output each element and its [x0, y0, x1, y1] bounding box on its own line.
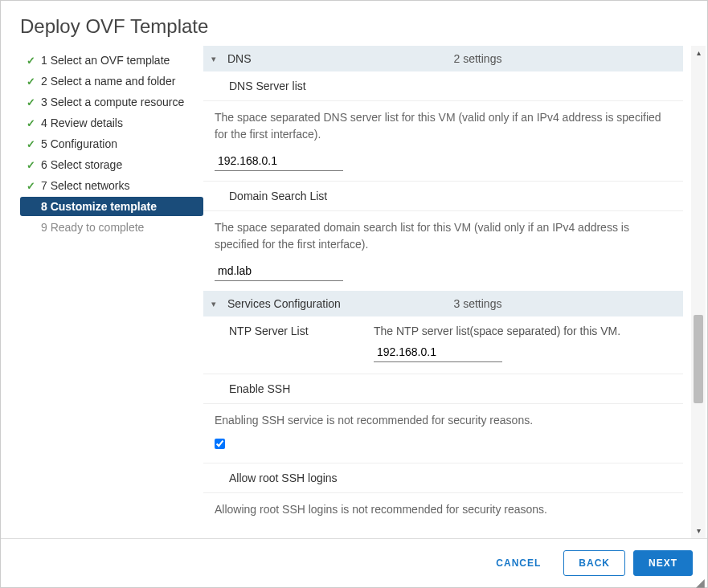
dns-server-list-row: DNS Server list — [203, 71, 683, 101]
back-button[interactable]: BACK — [563, 550, 625, 576]
field-label: DNS Server list — [213, 80, 374, 92]
step-3-compute[interactable]: ✓3 Select a compute resource — [20, 92, 203, 112]
step-6-storage[interactable]: ✓6 Select storage — [20, 155, 203, 174]
step-label: 8 Customize template — [41, 200, 157, 213]
wizard-steps: ✓1 Select an OVF template ✓2 Select a na… — [20, 46, 203, 538]
dns-server-input[interactable] — [215, 151, 343, 171]
step-label: 2 Select a name and folder — [41, 75, 175, 88]
dialog-footer: CANCEL BACK NEXT — [1, 538, 707, 587]
deploy-ovf-dialog: Deploy OVF Template ✓1 Select an OVF tem… — [0, 0, 708, 588]
enable-ssh-help: Enabling SSH service is not recommended … — [203, 404, 683, 434]
domain-search-help: The space separated domain search list f… — [203, 211, 683, 258]
section-count: 3 settings — [454, 297, 676, 310]
step-label: 9 Ready to complete — [41, 221, 144, 234]
ntp-input-wrap — [374, 337, 673, 365]
ntp-right: The NTP server list(space separated) for… — [374, 325, 673, 365]
field-label: Enable SSH — [213, 382, 374, 395]
dialog-title: Deploy OVF Template — [1, 1, 707, 43]
step-8-customize[interactable]: ✓8 Customize template — [20, 197, 203, 216]
check-icon: ✓ — [27, 117, 41, 129]
step-4-review[interactable]: ✓4 Review details — [20, 113, 203, 133]
scroll-down-icon[interactable]: ▾ — [697, 524, 701, 538]
step-label: 1 Select an OVF template — [41, 54, 170, 67]
step-1-select-ovf[interactable]: ✓1 Select an OVF template — [20, 51, 203, 70]
section-dns-header[interactable]: ▾ DNS 2 settings — [203, 46, 683, 71]
field-label: Allow root SSH logins — [213, 472, 374, 484]
next-button[interactable]: NEXT — [633, 550, 693, 576]
dns-server-input-wrap — [215, 151, 672, 171]
step-7-networks[interactable]: ✓7 Select networks — [20, 176, 203, 195]
section-services-header[interactable]: ▾ Services Configuration 3 settings — [203, 291, 683, 316]
main-wrap: ▾ DNS 2 settings DNS Server list The spa… — [203, 46, 706, 538]
step-label: 5 Configuration — [41, 137, 117, 150]
step-label: 6 Select storage — [41, 158, 122, 171]
resize-handle-icon[interactable]: ◢ — [696, 576, 706, 586]
step-2-name-folder[interactable]: ✓2 Select a name and folder — [20, 71, 203, 91]
check-icon: ✓ — [27, 55, 41, 67]
step-label: 4 Review details — [41, 116, 123, 129]
field-label: Domain Search List — [213, 190, 374, 202]
check-icon: ✓ — [27, 138, 41, 150]
section-label: Services Configuration — [227, 297, 449, 310]
domain-search-input[interactable] — [215, 261, 343, 281]
root-ssh-help: Allowing root SSH logins is not recommen… — [203, 493, 683, 523]
ntp-desc: The NTP server list(space separated) for… — [374, 325, 673, 337]
vertical-scrollbar[interactable]: ▴ ▾ — [691, 46, 706, 538]
scroll-up-icon[interactable]: ▴ — [697, 46, 701, 60]
check-icon: ✓ — [27, 96, 41, 108]
ntp-row: NTP Server List The NTP server list(spac… — [203, 316, 683, 374]
step-9-ready: ✓9 Ready to complete — [20, 218, 203, 237]
field-label: NTP Server List — [213, 325, 374, 337]
step-label: 3 Select a compute resource — [41, 96, 184, 108]
customize-form: ▾ DNS 2 settings DNS Server list The spa… — [203, 46, 691, 538]
enable-ssh-row: Enable SSH — [203, 374, 683, 404]
scroll-thumb[interactable] — [694, 315, 703, 403]
chevron-down-icon: ▾ — [211, 299, 223, 309]
cancel-button[interactable]: CANCEL — [481, 551, 555, 575]
enable-ssh-checkbox-wrap — [203, 434, 683, 463]
section-count: 2 settings — [454, 52, 676, 65]
section-label: DNS — [227, 52, 449, 65]
step-5-configuration[interactable]: ✓5 Configuration — [20, 134, 203, 153]
check-icon: ✓ — [27, 76, 41, 88]
dialog-body: ✓1 Select an OVF template ✓2 Select a na… — [1, 43, 707, 538]
check-icon: ✓ — [27, 159, 41, 171]
chevron-down-icon: ▾ — [211, 54, 223, 64]
check-icon: ✓ — [27, 180, 41, 192]
step-label: 7 Select networks — [41, 179, 130, 192]
ntp-input[interactable] — [374, 342, 502, 362]
enable-ssh-checkbox[interactable] — [215, 439, 225, 449]
domain-search-row: Domain Search List — [203, 181, 683, 211]
scroll-track[interactable] — [694, 60, 703, 524]
dns-server-help: The space separated DNS server list for … — [203, 101, 683, 148]
root-ssh-row: Allow root SSH logins — [203, 463, 683, 493]
domain-search-input-wrap — [215, 261, 672, 281]
